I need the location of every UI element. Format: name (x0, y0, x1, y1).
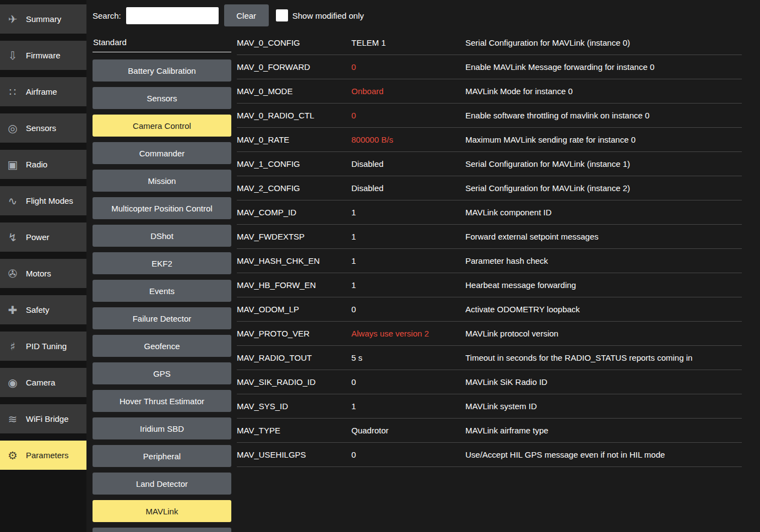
parameter-row[interactable]: MAV_HASH_CHK_EN 1 Parameter hash check (237, 249, 742, 273)
parameter-value: Quadrotor (351, 426, 465, 435)
group-button-events[interactable]: Events (93, 280, 231, 302)
sidebar-item-summary[interactable]: ✈ Summary (0, 4, 86, 34)
parameter-row[interactable]: MAV_HB_FORW_EN 1 Hearbeat message forwar… (237, 273, 742, 297)
search-toolbar: Search: Clear Show modified only (93, 0, 760, 31)
sidebar-item-airframe[interactable]: ∷ Airframe (0, 77, 86, 106)
sidebar-item-pid-tuning[interactable]: ♯ PID Tuning (0, 332, 86, 361)
parameter-description: Maximum MAVLink sending rate for instanc… (465, 135, 742, 144)
parameter-name: MAV_USEHILGPS (237, 450, 351, 459)
parameter-value: 0 (351, 111, 465, 120)
group-button-sensors[interactable]: Sensors (93, 87, 231, 109)
sidebar-item-wifi-bridge[interactable]: ≋ WiFi Bridge (0, 404, 86, 433)
parameter-value: TELEM 1 (351, 38, 465, 47)
parameter-row[interactable]: MAV_TYPE Quadrotor MAVLink airframe type (237, 419, 742, 443)
sidebar-item-label: PID Tuning (26, 341, 67, 351)
group-button-failure-detector[interactable]: Failure Detector (93, 307, 231, 329)
sidebar-item-label: Summary (26, 14, 61, 24)
parameter-value: 1 (351, 256, 465, 265)
parameters-screen: ✈ Summary ⇩ Firmware ∷ Airframe ◎ Sensor… (0, 0, 760, 532)
parameter-name: MAV_1_CONFIG (237, 159, 351, 169)
paper-plane-icon: ✈ (4, 14, 21, 25)
group-button-ekf2[interactable]: EKF2 (93, 252, 231, 274)
group-button-iridium-sbd[interactable]: Iridium SBD (93, 417, 231, 439)
parameter-row[interactable]: MAV_0_FORWARD 0 Enable MAVLink Message f… (237, 55, 742, 79)
parameter-value: 0 (351, 305, 465, 314)
parameter-name: MAV_TYPE (237, 426, 351, 435)
parameter-row[interactable]: MAV_2_CONFIG Disabled Serial Configurati… (237, 176, 742, 200)
search-input[interactable] (126, 7, 219, 24)
parameter-name: MAV_0_RATE (237, 135, 351, 144)
sidebar-item-label: Power (26, 232, 50, 242)
parameter-name: MAV_SIK_RADIO_ID (237, 377, 351, 387)
parameter-name: MAV_HASH_CHK_EN (237, 256, 351, 265)
group-button-battery-calibration[interactable]: Battery Calibration (93, 59, 231, 82)
parameter-row[interactable]: MAV_SIK_RADIO_ID 0 MAVLink SiK Radio ID (237, 370, 742, 394)
parameter-value: Disabled (351, 159, 465, 169)
parameter-name: MAV_SYS_ID (237, 401, 351, 411)
sidebar-item-parameters[interactable]: ⚙ Parameters (0, 441, 86, 470)
group-button-hover-thrust-estimator[interactable]: Hover Thrust Estimator (93, 390, 231, 412)
show-modified-checkbox[interactable] (276, 9, 288, 21)
parameter-description: MAVLink SiK Radio ID (465, 377, 742, 387)
parameter-row[interactable]: MAV_SYS_ID 1 MAVLink system ID (237, 394, 742, 419)
parameter-row[interactable]: MAV_COMP_ID 1 MAVLink component ID (237, 200, 742, 225)
parameter-description: Use/Accept HIL GPS message even if not i… (465, 450, 742, 459)
group-button-multicopter-rate-control[interactable]: Multicopter Rate Control (93, 528, 231, 532)
sidebar-item-flight-modes[interactable]: ∿ Flight Modes (0, 186, 86, 215)
parameter-row[interactable]: MAV_ODOM_LP 0 Activate ODOMETRY loopback (237, 297, 742, 322)
parameter-name: MAV_0_CONFIG (237, 38, 351, 47)
sidebar-item-motors[interactable]: ✇ Motors (0, 259, 86, 288)
sidebar-item-camera[interactable]: ◉ Camera (0, 368, 86, 397)
group-button-land-detector[interactable]: Land Detector (93, 473, 231, 495)
group-button-commander[interactable]: Commander (93, 142, 231, 164)
parameter-row[interactable]: MAV_USEHILGPS 0 Use/Accept HIL GPS messa… (237, 443, 742, 467)
clear-button[interactable]: Clear (224, 4, 269, 26)
group-button-mavlink[interactable]: MAVLink (93, 500, 231, 522)
parameter-row[interactable]: MAV_RADIO_TOUT 5 s Timeout in seconds fo… (237, 346, 742, 370)
group-button-geofence[interactable]: Geofence (93, 335, 231, 357)
radio-transmitter-icon: ▣ (4, 159, 21, 170)
group-button-gps[interactable]: GPS (93, 362, 231, 384)
sidebar-item-safety[interactable]: ✚ Safety (0, 295, 86, 324)
parameter-value: 0 (351, 62, 465, 72)
parameter-name: MAV_2_CONFIG (237, 183, 351, 193)
group-button-peripheral[interactable]: Peripheral (93, 445, 231, 467)
parameter-description: Serial Configuration for MAVLink (instan… (465, 183, 742, 193)
parameter-row[interactable]: MAV_PROTO_VER Always use version 2 MAVLi… (237, 322, 742, 346)
parameter-row[interactable]: MAV_0_MODE Onboard MAVLink Mode for inst… (237, 79, 742, 104)
parameter-name: MAV_0_RADIO_CTL (237, 111, 351, 120)
sidebar-item-radio[interactable]: ▣ Radio (0, 150, 86, 179)
parameters-body: Standard Battery Calibration Sensors Cam… (93, 31, 760, 532)
parameter-row[interactable]: MAV_FWDEXTSP 1 Forward external setpoint… (237, 225, 742, 249)
sidebar-item-sensors[interactable]: ◎ Sensors (0, 113, 86, 143)
parameter-description: Timeout in seconds for the RADIO_STATUS … (465, 353, 742, 362)
sidebar-item-label: Safety (26, 305, 50, 314)
parameter-groups-panel: Standard Battery Calibration Sensors Cam… (93, 31, 231, 532)
airframe-dots-icon: ∷ (4, 86, 21, 97)
sidebar-item-firmware[interactable]: ⇩ Firmware (0, 41, 86, 70)
parameter-row[interactable]: MAV_0_RADIO_CTL 0 Enable software thrott… (237, 104, 742, 128)
parameter-name: MAV_COMP_ID (237, 208, 351, 217)
parameter-description: Forward external setpoint messages (465, 232, 742, 241)
parameter-value: 1 (351, 280, 465, 290)
parameter-row[interactable]: MAV_1_CONFIG Disabled Serial Configurati… (237, 152, 742, 176)
parameter-row[interactable]: MAV_0_RATE 800000 B/s Maximum MAVLink se… (237, 128, 742, 152)
group-button-camera-control[interactable]: Camera Control (93, 115, 231, 137)
sidebar-item-power[interactable]: ↯ Power (0, 222, 86, 252)
parameter-table: MAV_0_CONFIG TELEM 1 Serial Configuratio… (231, 31, 760, 532)
group-button-multicopter-position-control[interactable]: Multicopter Position Control (93, 197, 231, 219)
parameter-name: MAV_ODOM_LP (237, 305, 351, 314)
parameter-description: Parameter hash check (465, 256, 742, 265)
parameter-name: MAV_HB_FORW_EN (237, 280, 351, 290)
parameter-description: MAVLink protocol version (465, 329, 742, 338)
parameter-value: Disabled (351, 183, 465, 193)
parameter-row[interactable]: MAV_0_CONFIG TELEM 1 Serial Configuratio… (237, 31, 742, 55)
download-icon: ⇩ (4, 50, 21, 61)
lightning-icon: ↯ (4, 232, 21, 243)
show-modified-label: Show modified only (292, 11, 364, 20)
signal-rings-icon: ◎ (4, 123, 21, 134)
group-button-dshot[interactable]: DShot (93, 225, 231, 247)
group-button-mission[interactable]: Mission (93, 170, 231, 192)
parameters-content: Search: Clear Show modified only Standar… (86, 0, 760, 532)
parameter-name: MAV_0_MODE (237, 86, 351, 96)
